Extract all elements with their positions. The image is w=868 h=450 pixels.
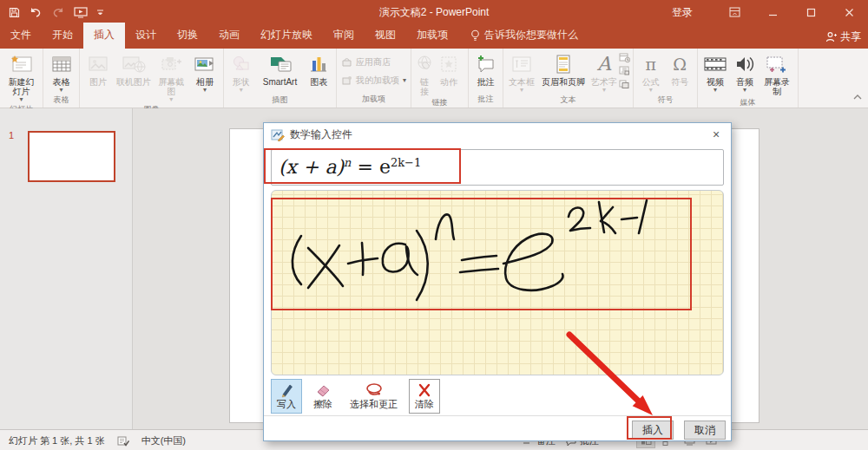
screen-recording-label: 屏幕录制: [761, 77, 792, 96]
group-label-addins: 加载项: [337, 94, 411, 108]
write-tool-button[interactable]: 写入: [271, 379, 302, 414]
eraser-icon: [314, 382, 332, 398]
close-button[interactable]: [830, 0, 868, 24]
tab-insert[interactable]: 插入: [83, 23, 125, 49]
tab-design[interactable]: 设计: [125, 23, 167, 49]
language-indicator[interactable]: 中文(中国): [141, 434, 186, 447]
new-slide-button[interactable]: 新建幻灯片 ▾: [3, 51, 40, 104]
smartart-button[interactable]: SmartArt: [256, 51, 305, 88]
dialog-close-button[interactable]: ×: [707, 126, 726, 143]
group-slides: 新建幻灯片 ▾ 幻灯片: [0, 49, 43, 108]
tab-file[interactable]: 文件: [0, 23, 42, 49]
group-label-text: 文本: [503, 95, 633, 108]
lightbulb-icon: [470, 29, 480, 42]
dropdown-arrow-icon: ▾: [203, 87, 207, 94]
insert-button[interactable]: 插入: [632, 421, 674, 440]
equation-icon: π: [646, 52, 657, 76]
video-button[interactable]: 视频 ▾: [700, 51, 730, 95]
wordart-button: A 艺术字 ▾: [589, 51, 619, 95]
redo-icon: [51, 7, 65, 18]
save-icon[interactable]: [9, 7, 20, 18]
dropdown-arrow-icon: ▾: [713, 87, 717, 94]
clear-tool-button[interactable]: 清除: [409, 379, 440, 414]
erase-tool-label: 擦除: [313, 398, 332, 411]
share-button[interactable]: 共享: [825, 29, 861, 44]
symbol-icon: Ω: [673, 52, 687, 76]
slide-counter: 幻灯片 第 1 张, 共 1 张: [9, 434, 105, 447]
collapse-ribbon-icon[interactable]: [852, 88, 863, 104]
maximize-button[interactable]: [792, 0, 830, 24]
dropdown-arrow-icon: ▾: [520, 87, 523, 94]
dialog-title-bar[interactable]: 数学输入控件 ×: [264, 123, 731, 147]
tab-transitions[interactable]: 切换: [167, 23, 208, 49]
group-illustrations: 形状 ▾ SmartArt 图表 插图: [224, 49, 337, 108]
photo-album-button[interactable]: 相册 ▾: [189, 51, 220, 95]
quick-access-toolbar: [0, 7, 104, 18]
tab-review[interactable]: 审阅: [323, 23, 365, 49]
group-table: 表格 ▾ 表格: [43, 49, 80, 108]
undo-icon[interactable]: [29, 7, 43, 18]
action-button: 动作: [435, 51, 463, 88]
comment-label: 批注: [477, 77, 495, 87]
hyperlink-icon: [415, 52, 434, 76]
math-input-dialog: 数学输入控件 × (x + a)n = e2k−1: [263, 122, 732, 441]
action-label: 动作: [440, 77, 457, 87]
comment-icon: [476, 52, 496, 76]
slide-number-icon: [619, 66, 630, 76]
slide-number: 1: [9, 130, 14, 140]
textbox-button: 文本框 ▾: [506, 51, 537, 95]
photo-album-icon: [194, 52, 216, 76]
slide-thumbnail[interactable]: [28, 131, 115, 182]
group-label-comments: 批注: [469, 94, 503, 108]
header-footer-label: 页眉和页脚: [542, 77, 585, 87]
tab-addins[interactable]: 加载项: [406, 23, 458, 49]
customize-qat-icon[interactable]: [96, 9, 104, 16]
equation-button: π 公式 ▾: [636, 51, 666, 95]
pictures-button: 图片: [82, 51, 114, 88]
tab-animations[interactable]: 动画: [208, 23, 250, 49]
handwritten-ink: [272, 191, 725, 376]
pen-icon: [279, 382, 294, 398]
clear-tool-label: 清除: [415, 398, 434, 411]
tab-slideshow[interactable]: 幻灯片放映: [250, 23, 323, 49]
handwriting-canvas[interactable]: [271, 190, 724, 375]
table-button[interactable]: 表格 ▾: [46, 51, 76, 95]
minimize-button[interactable]: [753, 0, 792, 24]
my-addins-button: 我的加载项 ▾: [339, 73, 409, 88]
wordart-icon: A: [597, 52, 611, 76]
tab-home[interactable]: 开始: [42, 23, 83, 49]
dialog-title: 数学输入控件: [290, 127, 352, 142]
date-time-icon: [619, 53, 630, 63]
group-label-table: 表格: [43, 95, 79, 108]
ribbon-display-options-icon[interactable]: [715, 0, 753, 24]
erase-tool-button[interactable]: 擦除: [307, 379, 339, 414]
store-icon: [341, 56, 352, 68]
screen-recording-button[interactable]: 屏幕录制: [760, 51, 794, 97]
formula-preview-box[interactable]: (x + a)n = e2k−1: [271, 149, 724, 186]
tell-me-box[interactable]: 告诉我你想要做什么: [458, 23, 587, 49]
screen-recording-icon: [766, 52, 788, 76]
group-comments: 批注 批注: [469, 49, 503, 108]
dropdown-arrow-icon: ▾: [169, 96, 173, 103]
start-slideshow-icon[interactable]: [74, 7, 88, 18]
chart-button[interactable]: 图表: [304, 51, 333, 88]
comment-button[interactable]: 批注: [471, 51, 500, 88]
my-addins-icon: [341, 75, 352, 86]
online-pictures-label: 联机图片: [116, 77, 151, 87]
select-correct-tool-button[interactable]: 选择和更正: [344, 379, 404, 414]
textbox-icon: [511, 52, 532, 76]
spellcheck-icon[interactable]: [117, 435, 129, 447]
audio-button[interactable]: 音频 ▾: [730, 51, 760, 95]
tab-view[interactable]: 视图: [365, 23, 406, 49]
chart-label: 图表: [310, 77, 327, 87]
header-footer-button[interactable]: 页眉和页脚: [537, 51, 589, 88]
share-label: 共享: [840, 29, 861, 44]
header-footer-icon: [555, 52, 572, 76]
group-label-symbols: 符号: [634, 95, 697, 108]
group-symbols: π 公式 ▾ Ω 符号 符号: [634, 49, 698, 108]
shapes-icon: [231, 52, 252, 76]
pictures-label: 图片: [89, 77, 107, 87]
cancel-button[interactable]: 取消: [684, 421, 726, 440]
sign-in-link[interactable]: 登录: [672, 5, 693, 20]
person-icon: [825, 31, 837, 42]
